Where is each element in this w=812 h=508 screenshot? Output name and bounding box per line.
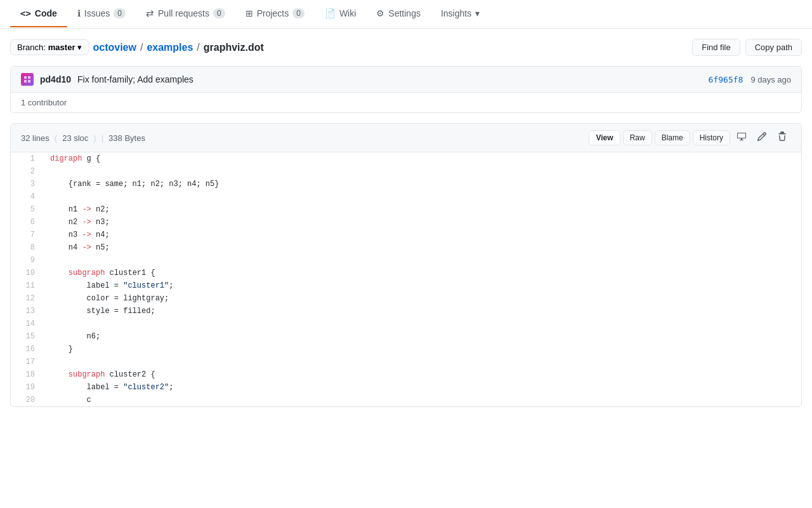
- line-code: subgraph cluster1 {: [43, 267, 801, 279]
- tab-issues[interactable]: ℹ Issues 0: [67, 1, 136, 27]
- projects-icon: ⊞: [246, 8, 253, 18]
- line-number: 11: [11, 279, 43, 292]
- commit-footer: 1 contributor: [11, 93, 801, 112]
- line-code: }: [43, 343, 801, 356]
- table-row: 1digraph g {: [11, 152, 801, 165]
- commit-time: 9 days ago: [750, 75, 791, 84]
- table-row: 3 {rank = same; n1; n2; n3; n4; n5}: [11, 178, 801, 190]
- table-row: 2: [11, 165, 801, 178]
- line-number: 18: [11, 368, 43, 381]
- line-code: [43, 318, 801, 330]
- file-viewer: 32 lines (23 sloc) | 338 Bytes View Raw …: [10, 123, 802, 407]
- copy-path-button[interactable]: Copy path: [745, 39, 802, 56]
- table-row: 7 n3 -> n4;: [11, 229, 801, 241]
- tab-insights[interactable]: Insights ▾: [431, 1, 490, 27]
- line-code: n3 -> n4;: [43, 229, 801, 241]
- avatar: [21, 73, 34, 86]
- code-table: 1digraph g {2 3 {rank = same; n1; n2; n3…: [11, 152, 801, 406]
- line-number: 3: [11, 178, 43, 190]
- breadcrumb: Branch: master ▾ octoview / examples / g…: [10, 39, 264, 55]
- tab-wiki-label: Wiki: [339, 8, 356, 18]
- line-code: n2 -> n3;: [43, 216, 801, 229]
- line-code: digraph g {: [43, 152, 801, 165]
- tab-pull-requests[interactable]: ⇄ Pull requests 0: [136, 0, 235, 28]
- line-code: n6;: [43, 330, 801, 343]
- line-number: 9: [11, 254, 43, 267]
- line-number: 10: [11, 267, 43, 279]
- line-number: 2: [11, 165, 43, 178]
- line-code: [43, 165, 801, 178]
- line-code: c: [43, 394, 801, 406]
- line-number: 14: [11, 318, 43, 330]
- line-code: color = lightgray;: [43, 292, 801, 305]
- delete-icon[interactable]: [773, 129, 791, 147]
- table-row: 15 n6;: [11, 330, 801, 343]
- line-number: 8: [11, 241, 43, 254]
- tab-projects[interactable]: ⊞ Projects 0: [235, 1, 315, 27]
- tab-issues-label: Issues: [84, 8, 110, 18]
- breadcrumb-bar: Branch: master ▾ octoview / examples / g…: [10, 39, 802, 56]
- table-row: 18 subgraph cluster2 {: [11, 368, 801, 381]
- view-button[interactable]: View: [589, 130, 620, 145]
- tab-settings[interactable]: ⚙ Settings: [366, 1, 431, 27]
- breadcrumb-sep-2: /: [197, 42, 199, 53]
- raw-button[interactable]: Raw: [623, 130, 652, 145]
- table-row: 9: [11, 254, 801, 267]
- branch-name: master: [48, 43, 75, 52]
- breadcrumb-filename: graphviz.dot: [204, 42, 264, 53]
- desktop-icon[interactable]: [733, 129, 750, 147]
- table-row: 14: [11, 318, 801, 330]
- breadcrumb-repo-link[interactable]: octoview: [93, 42, 136, 53]
- blame-button[interactable]: Blame: [655, 130, 690, 145]
- line-number: 20: [11, 394, 43, 406]
- commit-header: pd4d10 Fix font-family; Add examples 6f9…: [11, 67, 801, 93]
- breadcrumb-sep-1: /: [140, 42, 143, 53]
- table-row: 4: [11, 190, 801, 203]
- table-row: 17: [11, 356, 801, 368]
- file-header: 32 lines (23 sloc) | 338 Bytes View Raw …: [11, 124, 801, 152]
- commit-user: pd4d10: [40, 74, 71, 84]
- tab-code[interactable]: <> Code: [10, 1, 67, 27]
- line-number: 12: [11, 292, 43, 305]
- line-code: [43, 254, 801, 267]
- history-button[interactable]: History: [693, 130, 730, 145]
- tab-wiki[interactable]: 📄 Wiki: [315, 1, 366, 27]
- file-sloc: 23 sloc: [62, 133, 88, 143]
- wiki-icon: 📄: [325, 8, 336, 18]
- line-number: 1: [11, 152, 43, 165]
- issues-icon: ℹ: [77, 8, 81, 18]
- tab-pull-requests-label: Pull requests: [158, 8, 209, 18]
- table-row: 10 subgraph cluster1 {: [11, 267, 801, 279]
- table-row: 13 style = filled;: [11, 305, 801, 318]
- line-number: 6: [11, 216, 43, 229]
- breadcrumb-actions: Find file Copy path: [692, 39, 802, 56]
- projects-badge: 0: [292, 8, 304, 18]
- table-row: 16 }: [11, 343, 801, 356]
- find-file-button[interactable]: Find file: [692, 39, 740, 56]
- branch-label: Branch:: [17, 43, 46, 52]
- table-row: 5 n1 -> n2;: [11, 203, 801, 216]
- top-nav: <> Code ℹ Issues 0 ⇄ Pull requests 0 ⊞ P…: [0, 0, 812, 29]
- table-row: 6 n2 -> n3;: [11, 216, 801, 229]
- line-number: 7: [11, 229, 43, 241]
- breadcrumb-examples-link[interactable]: examples: [147, 42, 193, 53]
- pull-requests-icon: ⇄: [146, 8, 154, 19]
- file-size: 338 Bytes: [108, 133, 145, 143]
- line-number: 19: [11, 381, 43, 394]
- edit-icon[interactable]: [753, 129, 771, 147]
- line-number: 15: [11, 330, 43, 343]
- code-icon: <>: [20, 8, 31, 18]
- tab-projects-label: Projects: [257, 8, 289, 18]
- line-code: [43, 356, 801, 368]
- file-actions: View Raw Blame History: [589, 129, 791, 147]
- line-code: [43, 190, 801, 203]
- commit-info-box: pd4d10 Fix font-family; Add examples 6f9…: [10, 66, 802, 113]
- line-code: style = filled;: [43, 305, 801, 318]
- line-code: n1 -> n2;: [43, 203, 801, 216]
- line-number: 4: [11, 190, 43, 203]
- branch-chevron-icon: ▾: [77, 43, 82, 52]
- line-code: n4 -> n5;: [43, 241, 801, 254]
- commit-hash-link[interactable]: 6f965f8: [709, 75, 743, 84]
- insights-chevron-icon: ▾: [475, 8, 480, 18]
- branch-selector[interactable]: Branch: master ▾: [10, 39, 89, 55]
